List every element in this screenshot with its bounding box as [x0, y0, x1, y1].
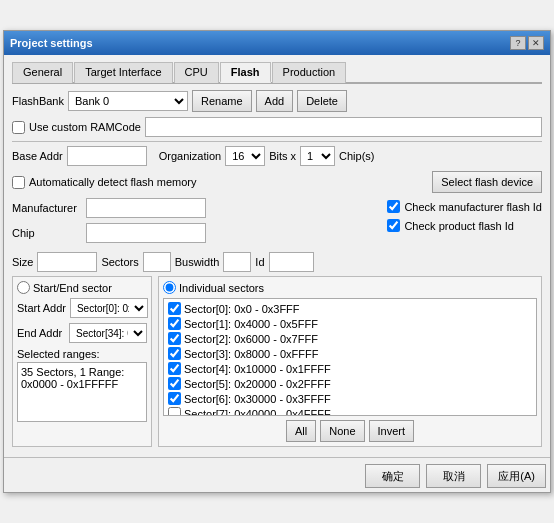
start-addr-row: Start Addr Sector[0]: 0x0: [17, 298, 147, 318]
chip-label: Chip(s): [339, 150, 374, 162]
check-product-row: Check product flash Id: [387, 219, 542, 232]
org-select[interactable]: 16: [225, 146, 265, 166]
selected-ranges-box: 35 Sectors, 1 Range: 0x0000 - 0x1FFFFF: [17, 362, 147, 422]
sector-item-7[interactable]: Sector[7]: 0x40000 - 0x4FFFF: [166, 406, 534, 416]
sector-item-3[interactable]: Sector[3]: 0x8000 - 0xFFFF: [166, 346, 534, 361]
tab-cpu[interactable]: CPU: [174, 62, 219, 83]
start-addr-label: Start Addr: [17, 302, 66, 314]
individual-radio-row: Individual sectors: [163, 281, 537, 294]
help-button[interactable]: ?: [510, 36, 526, 50]
mfr-row: Manufacturer Spansion: [12, 198, 379, 218]
buswidth-input[interactable]: 16: [223, 252, 251, 272]
individual-label: Individual sectors: [179, 282, 264, 294]
ok-button[interactable]: 确定: [365, 464, 420, 488]
sector-item-0[interactable]: Sector[0]: 0x0 - 0x3FFF: [166, 301, 534, 316]
selected-ranges-label: Selected ranges:: [17, 348, 100, 360]
auto-detect-row: Automatically detect flash memory Select…: [12, 171, 542, 193]
id-label: Id: [255, 256, 264, 268]
delete-button[interactable]: Delete: [297, 90, 347, 112]
none-button[interactable]: None: [320, 420, 364, 442]
sector-checkbox-5[interactable]: [168, 377, 181, 390]
custom-ram-row: Use custom RAMCode: [12, 117, 542, 137]
check-product-checkbox[interactable]: [387, 219, 400, 232]
tab-bar: General Target Interface CPU Flash Produ…: [12, 61, 542, 84]
apply-button[interactable]: 应用(A): [487, 464, 546, 488]
flash-bank-select[interactable]: Bank 0: [68, 91, 188, 111]
chip-input[interactable]: S29AL016Jxxxxxxx2: [86, 223, 206, 243]
size-row: Size 2048 KB Sectors 35 Buswidth 16 Id 1…: [12, 252, 542, 272]
tab-flash[interactable]: Flash: [220, 62, 271, 83]
sector-checkbox-1[interactable]: [168, 317, 181, 330]
start-end-label: Start/End sector: [33, 282, 112, 294]
chip-row: Chip S29AL016Jxxxxxxx2: [12, 223, 379, 243]
custom-ram-input[interactable]: [145, 117, 542, 137]
sector-label-0: Sector[0]: 0x0 - 0x3FFF: [184, 303, 300, 315]
sectors-area: Start/End sector Start Addr Sector[0]: 0…: [12, 276, 542, 447]
start-addr-select[interactable]: Sector[0]: 0x0: [70, 298, 148, 318]
sector-checkbox-2[interactable]: [168, 332, 181, 345]
add-button[interactable]: Add: [256, 90, 294, 112]
tab-target[interactable]: Target Interface: [74, 62, 172, 83]
invert-button[interactable]: Invert: [369, 420, 415, 442]
bottom-button-row: 确定 取消 应用(A): [4, 457, 550, 492]
end-addr-select[interactable]: Sector[34]: 0x1FFFFF: [69, 323, 147, 343]
sector-label-3: Sector[3]: 0x8000 - 0xFFFF: [184, 348, 319, 360]
org-label: Organization: [159, 150, 221, 162]
title-bar: Project settings ? ✕: [4, 31, 550, 55]
sector-item-2[interactable]: Sector[2]: 0x6000 - 0x7FFF: [166, 331, 534, 346]
tab-general[interactable]: General: [12, 62, 73, 83]
custom-ram-checkbox[interactable]: [12, 121, 25, 134]
auto-detect-checkbox[interactable]: [12, 176, 25, 189]
buswidth-label: Buswidth: [175, 256, 220, 268]
sector-label-6: Sector[6]: 0x30000 - 0x3FFFF: [184, 393, 331, 405]
sector-checkbox-6[interactable]: [168, 392, 181, 405]
flash-bank-label: FlashBank: [12, 95, 64, 107]
tab-production[interactable]: Production: [272, 62, 347, 83]
sector-list[interactable]: Sector[0]: 0x0 - 0x3FFFSector[1]: 0x4000…: [163, 298, 537, 416]
select-flash-button[interactable]: Select flash device: [432, 171, 542, 193]
title-bar-buttons: ? ✕: [510, 36, 544, 50]
sector-item-4[interactable]: Sector[4]: 0x10000 - 0x1FFFF: [166, 361, 534, 376]
base-addr-row: Base Addr 00000000 Organization 16 Bits …: [12, 146, 542, 166]
sector-item-1[interactable]: Sector[1]: 0x4000 - 0x5FFF: [166, 316, 534, 331]
window-title: Project settings: [10, 37, 93, 49]
mfr-fields: Manufacturer Spansion Chip S29AL016Jxxxx…: [12, 198, 379, 248]
sectors-input[interactable]: 35: [143, 252, 171, 272]
check-mfr-label: Check manufacturer flash Id: [404, 201, 542, 213]
sectors-label: Sectors: [101, 256, 138, 268]
sector-checkbox-0[interactable]: [168, 302, 181, 315]
all-button[interactable]: All: [286, 420, 316, 442]
check-product-label: Check product flash Id: [404, 220, 513, 232]
range-info: 35 Sectors, 1 Range:: [21, 366, 143, 378]
sector-item-5[interactable]: Sector[5]: 0x20000 - 0x2FFFF: [166, 376, 534, 391]
check-mfr-row: Check manufacturer flash Id: [387, 200, 542, 213]
base-addr-input[interactable]: 00000000: [67, 146, 147, 166]
cancel-button[interactable]: 取消: [426, 464, 481, 488]
chip-label2: Chip: [12, 227, 82, 239]
bits-select[interactable]: 1: [300, 146, 335, 166]
sector-label-1: Sector[1]: 0x4000 - 0x5FFF: [184, 318, 318, 330]
close-button[interactable]: ✕: [528, 36, 544, 50]
id-input[interactable]: 12249: [269, 252, 314, 272]
mfr-input[interactable]: Spansion: [86, 198, 206, 218]
project-settings-window: Project settings ? ✕ General Target Inte…: [3, 30, 551, 493]
start-end-radio[interactable]: [17, 281, 30, 294]
sector-item-6[interactable]: Sector[6]: 0x30000 - 0x3FFFF: [166, 391, 534, 406]
sector-checkbox-3[interactable]: [168, 347, 181, 360]
sector-label-7: Sector[7]: 0x40000 - 0x4FFFF: [184, 408, 331, 417]
size-input[interactable]: 2048 KB: [37, 252, 97, 272]
check-mfr-checkbox[interactable]: [387, 200, 400, 213]
sector-checkbox-4[interactable]: [168, 362, 181, 375]
start-end-section: Start/End sector Start Addr Sector[0]: 0…: [12, 276, 152, 447]
rename-button[interactable]: Rename: [192, 90, 252, 112]
custom-ram-label: Use custom RAMCode: [29, 121, 141, 133]
base-addr-label: Base Addr: [12, 150, 63, 162]
sector-label-4: Sector[4]: 0x10000 - 0x1FFFF: [184, 363, 331, 375]
range-value: 0x0000 - 0x1FFFFF: [21, 378, 143, 390]
sector-checkbox-7[interactable]: [168, 407, 181, 416]
flash-id-checks: Check manufacturer flash Id Check produc…: [387, 198, 542, 236]
end-addr-label: End Addr: [17, 327, 65, 339]
manufacturer-section: Manufacturer Spansion Chip S29AL016Jxxxx…: [12, 198, 542, 248]
individual-radio[interactable]: [163, 281, 176, 294]
bits-label: Bits x: [269, 150, 296, 162]
